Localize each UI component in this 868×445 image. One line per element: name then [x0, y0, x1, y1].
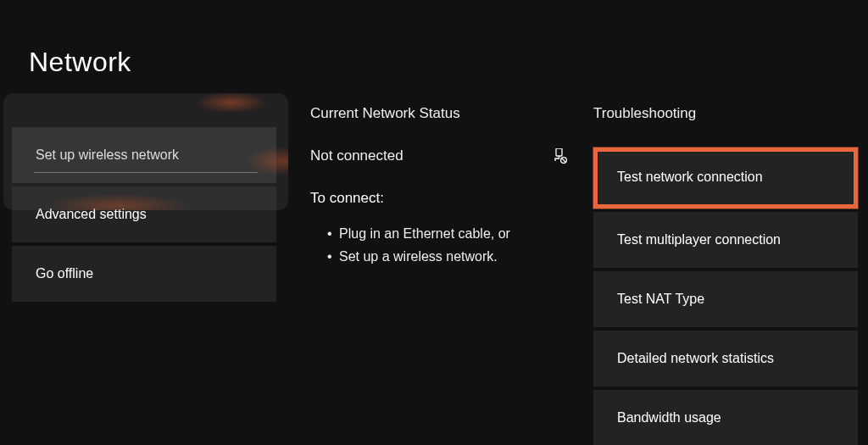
network-disconnected-icon	[553, 148, 568, 164]
trouble-item-label: Test NAT Type	[617, 292, 704, 306]
trouble-item-label: Test network connection	[617, 170, 763, 184]
svg-rect-0	[556, 148, 562, 156]
page-title: Network	[29, 47, 131, 78]
status-row: Not connected	[310, 147, 568, 164]
sidebar-item-advanced-settings[interactable]: Advanced settings	[12, 186, 276, 242]
trouble-item-label: Test multiplayer connection	[617, 232, 781, 247]
sidebar-item-go-offline[interactable]: Go offline	[12, 246, 276, 302]
trouble-item-test-multiplayer[interactable]: Test multiplayer connection	[593, 212, 858, 268]
trouble-item-label: Bandwidth usage	[617, 410, 721, 425]
sidebar-item-label: Set up wireless network	[36, 147, 179, 162]
trouble-item-test-network[interactable]: Test network connection	[593, 147, 858, 209]
instruction-item: Plug in an Ethernet cable, or	[327, 222, 568, 245]
network-status-section: Current Network Status Not connected To …	[310, 105, 568, 268]
instruction-item: Set up a wireless network.	[327, 245, 568, 268]
sidebar-item-setup-wireless[interactable]: Set up wireless network	[12, 127, 276, 183]
sidebar-item-label: Go offline	[36, 266, 93, 281]
trouble-item-label: Detailed network statistics	[617, 351, 774, 365]
troubleshooting-header: Troubleshooting	[593, 105, 858, 122]
troubleshooting-section: Troubleshooting Test network connection …	[593, 105, 858, 445]
troubleshooting-list: Test network connection Test multiplayer…	[593, 147, 858, 445]
status-section-header: Current Network Status	[310, 105, 568, 122]
sidebar: Set up wireless network Advanced setting…	[12, 127, 276, 305]
connect-instructions: Plug in an Ethernet cable, or Set up a w…	[327, 222, 568, 268]
trouble-item-bandwidth[interactable]: Bandwidth usage	[593, 390, 858, 445]
connect-label: To connect:	[310, 190, 568, 207]
trouble-item-test-nat[interactable]: Test NAT Type	[593, 271, 858, 327]
sidebar-item-label: Advanced settings	[36, 207, 147, 221]
trouble-item-detailed-stats[interactable]: Detailed network statistics	[593, 331, 858, 387]
connection-status: Not connected	[310, 147, 403, 164]
